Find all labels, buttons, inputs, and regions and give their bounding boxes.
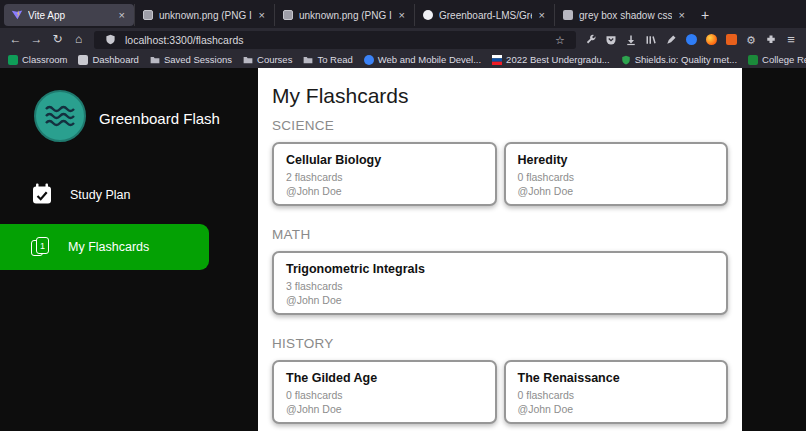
- main-content: My Flashcards SCIENCE Cellular Biology 2…: [258, 68, 742, 431]
- dashboard-icon: [78, 55, 88, 65]
- section-math: MATH Trigonometric Integrals 3 flashcard…: [272, 227, 728, 315]
- tab-title: Vite App: [28, 10, 112, 21]
- tab-close-icon[interactable]: ×: [257, 9, 267, 21]
- tab-close-icon[interactable]: ×: [117, 9, 127, 21]
- bookmark-shields-io[interactable]: Shields.io: Quality met...: [621, 54, 737, 65]
- classroom-icon: [8, 55, 18, 65]
- library-icon[interactable]: [642, 34, 660, 46]
- tab-close-icon[interactable]: ×: [397, 9, 407, 21]
- reload-icon[interactable]: ↻: [48, 30, 67, 49]
- tab-github-greenboard[interactable]: Greenboard-LMS/GreenboardFl ×: [414, 4, 554, 26]
- image-favicon-icon: [282, 9, 294, 21]
- deck-author: @John Doe: [518, 185, 715, 197]
- extension-orange-icon[interactable]: [722, 34, 740, 45]
- bookmarks-bar: Classroom Dashboard Saved Sessions Cours…: [0, 51, 806, 68]
- extension-blue-icon[interactable]: [682, 34, 700, 45]
- address-bar[interactable]: localhost:3300/flashcards ☆: [94, 31, 576, 49]
- tab-unknown-png-2[interactable]: unknown.png (PNG Image, 2880 × ×: [274, 4, 414, 26]
- section-science: SCIENCE Cellular Biology 2 flashcards @J…: [272, 118, 728, 206]
- tab-title: unknown.png (PNG Image, 2880 ×: [299, 10, 392, 21]
- home-icon[interactable]: ⌂: [69, 30, 88, 49]
- tab-title: unknown.png (PNG Image, 2880 ×: [159, 10, 252, 21]
- calendar-check-icon: [30, 182, 54, 209]
- sidebar-item-my-flashcards[interactable]: 1 My Flashcards: [0, 224, 209, 270]
- bookmark-college-research[interactable]: College Research Offic...: [748, 54, 806, 65]
- browser-toolbar: ← → ↻ ⌂ localhost:3300/flashcards ☆ ⚙ ≡: [0, 28, 806, 51]
- folder-icon: [243, 55, 253, 65]
- sidebar-item-label: Study Plan: [70, 188, 130, 202]
- browser-tab-bar: Vite App × unknown.png (PNG Image, 2880 …: [0, 0, 806, 28]
- flag-icon: [492, 55, 502, 65]
- bookmark-saved-sessions[interactable]: Saved Sessions: [150, 54, 232, 65]
- flashcard-deck-card[interactable]: The Gilded Age 0 flashcards @John Doe: [272, 360, 497, 424]
- app-logo-icon: [34, 90, 86, 146]
- tab-title: grey box shadow css Code Exa: [579, 10, 672, 21]
- green-shield-icon: [621, 55, 631, 65]
- folder-icon: [150, 55, 160, 65]
- bookmark-classroom[interactable]: Classroom: [8, 54, 67, 65]
- tab-vite-app[interactable]: Vite App ×: [4, 4, 134, 26]
- deck-count: 0 flashcards: [518, 389, 715, 401]
- bookmark-undergrad-rankings[interactable]: 2022 Best Undergradu...: [492, 54, 610, 65]
- highlighter-icon[interactable]: [662, 34, 680, 46]
- tab-title: Greenboard-LMS/GreenboardFl: [439, 10, 532, 21]
- bookmark-courses[interactable]: Courses: [243, 54, 292, 65]
- deck-count: 0 flashcards: [518, 171, 715, 183]
- tab-grey-box-shadow[interactable]: grey box shadow css Code Exa ×: [554, 4, 694, 26]
- sidebar: Greenboard Flash Study Plan 1 My Flashca…: [0, 68, 258, 431]
- college-icon: [748, 55, 758, 65]
- deck-count: 3 flashcards: [286, 280, 714, 292]
- code-favicon-icon: [562, 9, 574, 21]
- url-text[interactable]: localhost:3300/flashcards: [125, 34, 545, 46]
- globe-icon: [364, 55, 374, 65]
- bookmark-star-icon[interactable]: ☆: [551, 31, 569, 49]
- bookmark-web-mobile[interactable]: Web and Mobile Devel...: [364, 54, 481, 65]
- github-favicon-icon: [422, 9, 434, 21]
- new-tab-button[interactable]: +: [694, 4, 716, 26]
- tab-close-icon[interactable]: ×: [537, 9, 547, 21]
- section-label: MATH: [272, 227, 728, 242]
- image-favicon-icon: [142, 9, 154, 21]
- app-name: Greenboard Flash: [99, 110, 220, 127]
- tab-unknown-png-1[interactable]: unknown.png (PNG Image, 2880 × ×: [134, 4, 274, 26]
- deck-author: @John Doe: [286, 403, 483, 415]
- extensions-puzzle-icon[interactable]: [762, 34, 780, 46]
- flashcard-deck-card[interactable]: Cellular Biology 2 flashcards @John Doe: [272, 142, 497, 206]
- settings-gear-icon[interactable]: ⚙: [742, 31, 760, 49]
- page-background: [742, 68, 806, 431]
- flashcard-deck-card[interactable]: Trigonometric Integrals 3 flashcards @Jo…: [272, 251, 728, 315]
- sidebar-item-study-plan[interactable]: Study Plan: [0, 180, 258, 210]
- app-page: Greenboard Flash Study Plan 1 My Flashca…: [0, 68, 806, 431]
- back-icon[interactable]: ←: [6, 30, 25, 49]
- menu-icon[interactable]: ≡: [782, 31, 800, 49]
- pocket-icon[interactable]: [602, 34, 620, 46]
- deck-author: @John Doe: [518, 403, 715, 415]
- shield-icon[interactable]: [101, 34, 119, 45]
- deck-count: 2 flashcards: [286, 171, 483, 183]
- app-logo-row: Greenboard Flash: [34, 90, 258, 146]
- section-label: SCIENCE: [272, 118, 728, 133]
- section-history: HISTORY The Gilded Age 0 flashcards @Joh…: [272, 336, 728, 424]
- wrench-icon[interactable]: [582, 34, 600, 46]
- deck-author: @John Doe: [286, 185, 483, 197]
- forward-icon[interactable]: →: [27, 30, 46, 49]
- flashcard-deck-card[interactable]: The Renaissance 0 flashcards @John Doe: [504, 360, 729, 424]
- bookmark-to-read[interactable]: To Read: [303, 54, 352, 65]
- flashcards-icon: 1: [30, 236, 52, 258]
- sidebar-item-label: My Flashcards: [68, 240, 149, 254]
- tab-close-icon[interactable]: ×: [677, 9, 687, 21]
- folder-icon: [303, 55, 313, 65]
- extension-firefox-icon[interactable]: [702, 34, 720, 45]
- flashcard-deck-card[interactable]: Heredity 0 flashcards @John Doe: [504, 142, 729, 206]
- vite-favicon-icon: [11, 9, 23, 21]
- deck-count: 0 flashcards: [286, 389, 483, 401]
- bookmark-dashboard[interactable]: Dashboard: [78, 54, 138, 65]
- section-label: HISTORY: [272, 336, 728, 351]
- page-title: My Flashcards: [272, 84, 728, 108]
- deck-author: @John Doe: [286, 294, 714, 306]
- download-icon[interactable]: [622, 34, 640, 46]
